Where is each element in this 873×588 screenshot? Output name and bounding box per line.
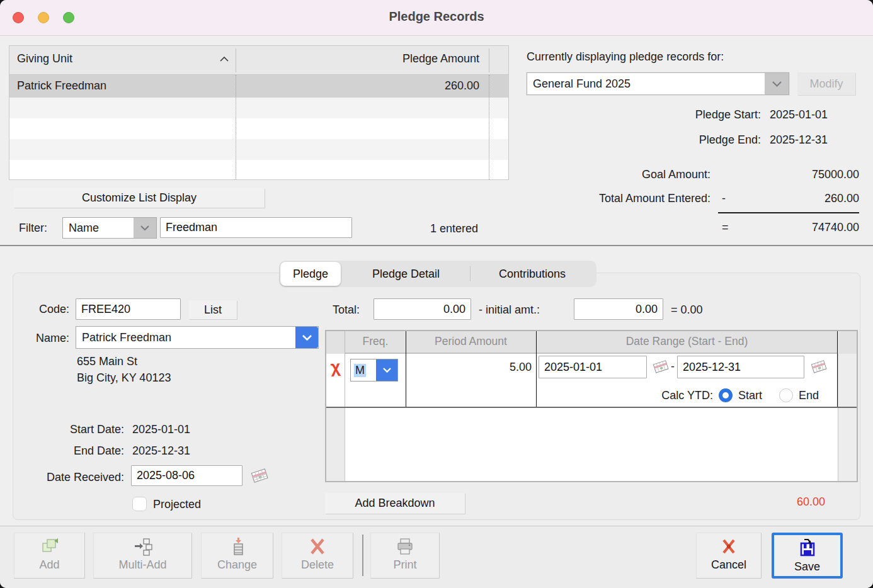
delete-row-icon[interactable]: χ <box>330 358 341 376</box>
initial-amt-label: - initial amt.: <box>479 303 540 317</box>
breakdown-total-value: 60.00 <box>797 495 825 509</box>
code-input[interactable] <box>76 298 181 320</box>
end-date-label: End Date: <box>19 444 124 458</box>
column-header-date-range: Date Range (Start - End) <box>536 335 838 348</box>
date-range-separator: - <box>671 360 675 373</box>
add-icon <box>39 537 60 556</box>
grid-right-gutter-header <box>838 331 857 354</box>
goal-amount-value: 75000.00 <box>812 168 859 181</box>
filter-field-select[interactable]: Name <box>62 217 157 239</box>
table-row-selected[interactable]: Patrick Freedman 260.00 <box>9 75 508 98</box>
add-button[interactable]: Add <box>14 533 85 579</box>
multi-add-icon <box>132 537 154 556</box>
row-selector-header-cell <box>326 331 345 354</box>
chevron-down-icon <box>134 218 156 238</box>
date-received-input[interactable] <box>131 465 243 486</box>
change-button[interactable]: Change <box>201 533 273 579</box>
modify-button[interactable]: Modify <box>797 72 855 95</box>
row-separator <box>326 407 857 408</box>
date-range-start-input[interactable] <box>539 356 647 378</box>
total-amount-entered-label: Total Amount Entered: <box>599 192 710 205</box>
grid-right-gutter <box>838 354 857 481</box>
pledge-records-window: Pledge Records Giving Unit Pledge Amount… <box>0 0 873 588</box>
filter-field-value: Name <box>63 218 134 238</box>
column-header-giving-unit[interactable]: Giving Unit <box>17 52 72 65</box>
column-header-freq: Freq. <box>345 335 406 348</box>
cancel-button[interactable]: Cancel <box>696 533 762 579</box>
pledge-start-line: Pledge Start: 2025-01-01 <box>695 108 828 122</box>
name-select[interactable]: Patrick Freedman <box>76 326 319 349</box>
tab-contributions[interactable]: Contributions <box>471 261 594 287</box>
list-button[interactable]: List <box>189 300 237 319</box>
total-equals-result: = 0.00 <box>671 303 703 317</box>
start-date-value: 2025-01-01 <box>132 423 190 436</box>
filter-text-input[interactable] <box>160 217 352 238</box>
save-icon <box>797 539 818 558</box>
chevron-down-icon <box>765 73 789 94</box>
window-title: Pledge Records <box>0 9 873 24</box>
pledge-end-line: Pledge End: 2025-12-31 <box>699 133 828 147</box>
table-row-empty[interactable] <box>9 160 508 179</box>
remaining-amount-value: 74740.00 <box>812 221 859 234</box>
giving-unit-table-header: Giving Unit Pledge Amount <box>9 46 508 75</box>
section-divider <box>0 245 873 246</box>
period-amount-value[interactable]: 5.00 <box>406 361 532 374</box>
date-range-end-input[interactable] <box>677 356 804 378</box>
print-button[interactable]: Print <box>370 533 440 579</box>
calendar-icon[interactable] <box>652 359 670 374</box>
title-bar: Pledge Records <box>0 0 873 36</box>
add-breakdown-button[interactable]: Add Breakdown <box>325 493 465 514</box>
breakdown-grid: Freq. Period Amount Date Range (Start - … <box>325 330 858 482</box>
tab-pledge-detail[interactable]: Pledge Detail <box>342 261 470 287</box>
initial-amt-input[interactable] <box>574 298 663 320</box>
column-header-period-amount: Period Amount <box>406 335 536 348</box>
tab-bar: Pledge Pledge Detail Contributions <box>279 261 596 287</box>
calendar-icon[interactable] <box>810 359 828 374</box>
code-label: Code: <box>19 303 69 316</box>
table-row-empty[interactable] <box>9 98 508 118</box>
goal-amount-label: Goal Amount: <box>642 168 710 181</box>
minus-sign: - <box>722 192 726 205</box>
calendar-icon[interactable] <box>250 467 269 483</box>
delete-button[interactable]: Delete <box>282 533 353 579</box>
calc-ytd-label: Calc YTD: <box>661 389 713 402</box>
start-date-label: Start Date: <box>19 423 124 436</box>
calc-ytd-start-radio[interactable] <box>719 388 733 402</box>
calc-ytd-end-radio[interactable] <box>779 388 793 402</box>
name-label: Name: <box>19 332 69 345</box>
save-button[interactable]: Save <box>772 533 843 579</box>
name-select-value: Patrick Freedman <box>76 327 295 348</box>
freq-select[interactable]: M <box>350 359 398 382</box>
column-header-pledge-amount[interactable]: Pledge Amount <box>402 52 479 65</box>
multi-add-button[interactable]: Multi-Add <box>93 533 192 579</box>
address-line-2: Big City, KY 40123 <box>77 371 171 385</box>
bottom-toolbar: Add Multi-Add Change <box>0 526 873 588</box>
projected-checkbox[interactable] <box>132 497 147 511</box>
pledge-start-value: 2025-01-01 <box>770 108 828 122</box>
calc-ytd-group: Calc YTD: Start End <box>540 388 819 402</box>
equals-sign: = <box>722 221 729 234</box>
fund-select[interactable]: General Fund 2025 <box>527 72 789 95</box>
address-line-1: 655 Main St <box>77 355 137 368</box>
row-selector-cell[interactable]: χ <box>326 354 345 408</box>
table-row-empty[interactable] <box>9 139 508 160</box>
calc-ytd-start-label: Start <box>738 389 762 402</box>
cell-giving-unit: Patrick Freedman <box>17 79 106 93</box>
projected-label: Projected <box>153 498 201 511</box>
change-icon <box>227 537 248 556</box>
fund-panel-heading: Currently displaying pledge records for: <box>527 50 724 64</box>
table-row-empty[interactable] <box>9 118 508 139</box>
entered-count: 1 entered <box>430 222 478 235</box>
filter-label: Filter: <box>19 222 47 235</box>
cancel-icon <box>718 537 739 556</box>
calc-ytd-end-label: End <box>799 389 819 402</box>
customize-list-display-button[interactable]: Customize List Display <box>14 188 265 208</box>
print-icon <box>394 537 416 556</box>
end-date-value: 2025-12-31 <box>132 444 190 458</box>
pledge-start-label: Pledge Start: <box>695 108 761 122</box>
fund-select-value: General Fund 2025 <box>527 73 765 94</box>
chevron-down-icon <box>376 359 397 381</box>
total-input[interactable] <box>374 298 471 320</box>
pledge-end-value: 2025-12-31 <box>770 133 828 147</box>
tab-pledge[interactable]: Pledge <box>280 262 341 286</box>
